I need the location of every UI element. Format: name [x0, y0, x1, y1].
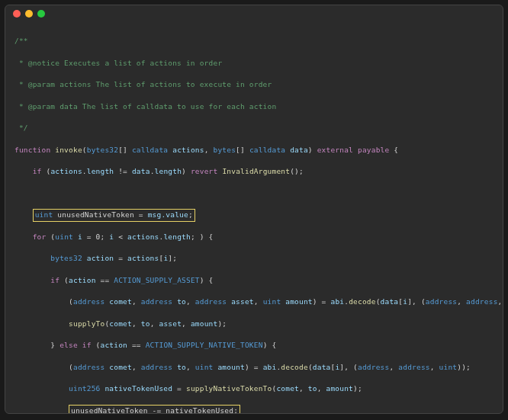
if-supply-asset: if (action == ACTION_SUPPLY_ASSET) { — [14, 275, 494, 286]
minimize-icon[interactable] — [25, 10, 33, 18]
length-check: if (actions.length != data.length) rever… — [14, 166, 494, 177]
elseif-supply-native: } else if (action == ACTION_SUPPLY_NATIV… — [14, 340, 494, 351]
decode-supply-native: (address comet, address to, uint amount)… — [14, 362, 494, 373]
blank-line — [14, 188, 494, 199]
doc-comment-notice: * @notice Executes a list of actions in … — [14, 58, 494, 69]
action-assign: bytes32 action = actions[i]; — [14, 253, 494, 264]
unused-native-sub: unusedNativeToken -= nativeTokenUsed; — [14, 406, 494, 414]
function-signature: function invoke(bytes32[] calldata actio… — [14, 145, 494, 155]
doc-comment-end: */ — [14, 123, 494, 133]
native-token-used-decl: uint256 nativeTokenUsed = supplyNativeTo… — [14, 383, 494, 394]
zoom-icon[interactable] — [37, 10, 45, 18]
close-icon[interactable] — [13, 10, 21, 18]
call-supply-to: supplyTo(comet, to, asset, amount); — [14, 319, 494, 329]
unused-native-decl: uint unusedNativeToken = msg.value; — [14, 210, 494, 220]
doc-comment-param-actions: * @param actions The list of actions to … — [14, 79, 494, 90]
code-editor[interactable]: /** * @notice Executes a list of actions… — [5, 22, 503, 414]
window-titlebar — [5, 5, 503, 22]
code-window: /** * @notice Executes a list of actions… — [5, 5, 503, 414]
decode-supply-asset: (address comet, address to, address asse… — [14, 297, 494, 307]
doc-comment-start: /** — [14, 36, 494, 46]
for-loop: for (uint i = 0; i < actions.length; ) { — [14, 232, 494, 242]
doc-comment-param-data: * @param data The list of calldata to us… — [14, 101, 494, 112]
